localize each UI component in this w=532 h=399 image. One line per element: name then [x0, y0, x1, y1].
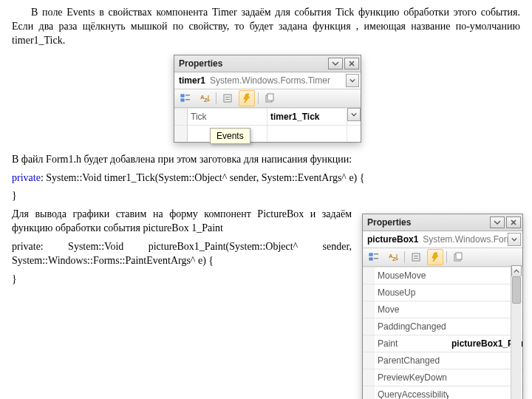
- event-name[interactable]: Paint: [375, 335, 449, 352]
- titlebar: Properties: [174, 55, 361, 72]
- svg-rect-3: [185, 99, 190, 100]
- properties-toolbar: AZ: [174, 89, 361, 108]
- gutter-cell: [174, 108, 188, 125]
- svg-rect-14: [374, 258, 378, 259]
- dropdown-button[interactable]: [328, 58, 343, 69]
- svg-rect-13: [374, 253, 378, 255]
- event-name: Tick: [188, 108, 267, 125]
- gutter-cell: [363, 335, 375, 352]
- categorized-icon[interactable]: [366, 249, 382, 265]
- close-icon[interactable]: [506, 216, 521, 228]
- properties-grid: Tick timer1_Tick: [174, 108, 361, 142]
- properties-grid: MouseMoveMouseUpMovePaddingChangedPaintp…: [363, 267, 522, 399]
- scroll-thumb[interactable]: [512, 276, 521, 304]
- code-text: : System::Void timer1_Tick(System::Objec…: [41, 172, 365, 183]
- separator: [446, 251, 447, 263]
- svg-rect-1: [181, 99, 184, 101]
- property-pages-icon[interactable]: [262, 90, 278, 106]
- properties-icon[interactable]: [408, 249, 424, 265]
- empty-cell: [347, 125, 361, 142]
- gutter-cell: [363, 369, 375, 386]
- event-name[interactable]: MouseMove: [375, 267, 449, 284]
- gutter-cell: [363, 301, 375, 318]
- event-value[interactable]: timer1_Tick: [267, 108, 347, 125]
- gutter-cell: [363, 284, 375, 301]
- svg-rect-19: [414, 258, 418, 259]
- properties-toolbar: AZ: [363, 248, 522, 267]
- scroll-up-icon[interactable]: [511, 265, 522, 277]
- svg-rect-21: [456, 253, 462, 259]
- object-selector[interactable]: pictureBox1 System.Windows.Forms.Pictur: [363, 231, 522, 248]
- code-line-2: }: [12, 189, 520, 203]
- paragraph-picturebox: Для вывода графики ставим на форму компо…: [12, 208, 352, 236]
- event-name[interactable]: ParentChanged: [375, 352, 449, 369]
- properties-icon[interactable]: [219, 90, 236, 106]
- event-name[interactable]: Move: [375, 301, 449, 318]
- svg-rect-2: [185, 95, 190, 96]
- paragraph-form1h: В файл Form1.h будет добавлена при этом …: [12, 153, 520, 167]
- properties-window-picturebox: Properties pictureBox1 System.Windows.Fo…: [362, 214, 523, 399]
- svg-rect-18: [414, 256, 418, 256]
- object-type: System.Windows.Forms.Pictur: [423, 233, 508, 245]
- gutter-cell: [363, 267, 375, 284]
- empty-cell: [267, 125, 347, 142]
- alphabetical-icon[interactable]: AZ: [385, 249, 401, 265]
- gutter-cell: [363, 386, 375, 399]
- code-block-2: private: System::Void pictureBox1_Paint(…: [12, 240, 352, 268]
- gutter-cell: [174, 125, 188, 142]
- object-name: timer1: [179, 75, 205, 86]
- code-line-1: private: System::Void timer1_Tick(System…: [12, 171, 520, 185]
- svg-rect-12: [369, 258, 372, 260]
- tooltip-events: Events: [210, 128, 250, 144]
- svg-rect-10: [267, 94, 273, 100]
- separator: [404, 251, 405, 263]
- dropdown-button[interactable]: [490, 216, 505, 228]
- gutter-cell: [363, 318, 375, 335]
- gutter-cell: [363, 352, 375, 369]
- titlebar: Properties: [363, 214, 522, 231]
- window-title: Properties: [179, 58, 222, 69]
- events-icon[interactable]: [239, 90, 255, 106]
- object-type: System.Windows.Forms.Timer: [210, 75, 346, 86]
- scroll-track[interactable]: [511, 276, 522, 399]
- code-block-2-end: }: [12, 273, 352, 287]
- events-icon[interactable]: [427, 249, 443, 265]
- svg-rect-17: [412, 253, 420, 261]
- event-name[interactable]: PaddingChanged: [375, 318, 449, 335]
- chevron-down-icon[interactable]: [508, 233, 521, 246]
- chevron-down-icon[interactable]: [347, 108, 361, 121]
- window-title: Properties: [367, 216, 411, 228]
- separator: [216, 92, 216, 104]
- property-pages-icon[interactable]: [450, 249, 466, 265]
- object-name: pictureBox1: [367, 233, 418, 245]
- event-name[interactable]: QueryAccessibility: [375, 386, 449, 399]
- svg-rect-0: [181, 95, 184, 97]
- event-name[interactable]: MouseUp: [375, 284, 449, 301]
- object-selector[interactable]: timer1 System.Windows.Forms.Timer: [174, 72, 361, 89]
- svg-rect-11: [369, 253, 372, 256]
- separator: [258, 92, 259, 104]
- paragraph-intro: В поле Events в свойствах компонента Tim…: [12, 6, 520, 48]
- svg-rect-8: [225, 99, 230, 100]
- svg-rect-7: [225, 97, 230, 98]
- close-icon[interactable]: [344, 58, 359, 69]
- keyword-private: private: [12, 172, 41, 183]
- event-name[interactable]: PreviewKeyDown: [375, 369, 449, 386]
- vertical-scrollbar[interactable]: [511, 265, 522, 399]
- properties-window-timer: Properties timer1 System.Windows.Forms.T…: [174, 55, 361, 143]
- categorized-icon[interactable]: [177, 90, 194, 106]
- svg-rect-6: [224, 95, 231, 102]
- chevron-down-icon[interactable]: [346, 74, 359, 87]
- alphabetical-icon[interactable]: AZ: [197, 90, 213, 106]
